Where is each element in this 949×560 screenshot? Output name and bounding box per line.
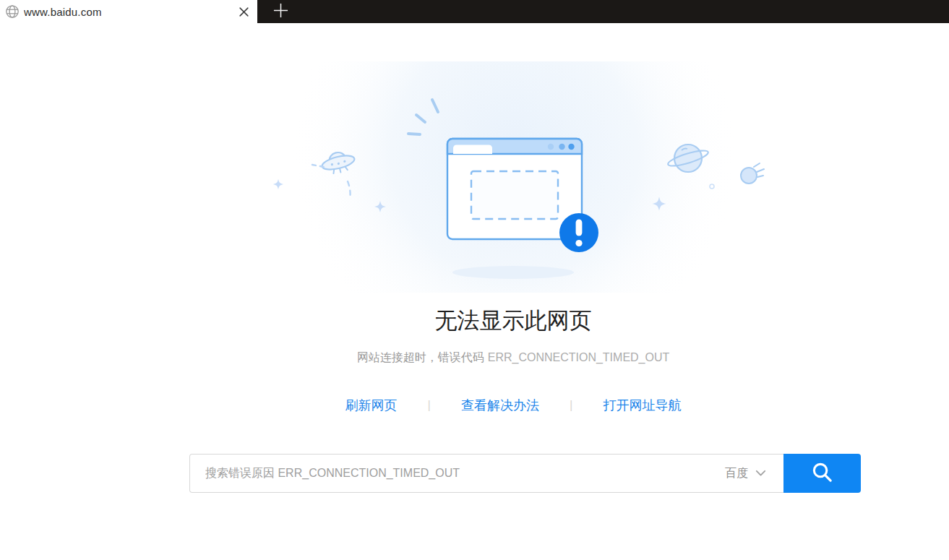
error-subtitle-text: 网站连接超时，错误代码	[357, 351, 484, 363]
tab-title: www.baidu.com	[24, 6, 234, 18]
tab-bar-background	[257, 0, 949, 23]
search-engine-label: 百度	[725, 466, 748, 481]
search-engine-selector[interactable]: 百度	[725, 455, 766, 492]
search-icon	[811, 461, 833, 486]
search-input[interactable]	[190, 455, 783, 492]
search-button[interactable]	[783, 454, 861, 493]
view-solutions-link[interactable]: 查看解决办法	[461, 396, 539, 415]
link-separator: |	[428, 396, 431, 415]
chevron-down-icon	[755, 467, 766, 480]
plus-icon	[272, 2, 289, 22]
alert-exclamation-icon	[559, 213, 598, 252]
globe-icon	[5, 4, 20, 19]
close-icon[interactable]	[234, 2, 253, 21]
error-subtitle: 网站连接超时，错误代码ERR_CONNECTION_TIMED_OUT	[220, 350, 806, 366]
tab-bar: www.baidu.com	[0, 0, 949, 23]
open-site-navigation-link[interactable]: 打开网址导航	[603, 396, 681, 415]
error-code: ERR_CONNECTION_TIMED_OUT	[488, 351, 670, 363]
search-box: 百度	[189, 454, 783, 493]
action-links: 刷新网页 | 查看解决办法 | 打开网址导航	[257, 396, 770, 415]
browser-window: www.baidu.com	[0, 0, 949, 560]
link-separator: |	[570, 396, 572, 415]
error-title: 无法显示此网页	[257, 306, 770, 335]
refresh-page-link[interactable]: 刷新网页	[345, 396, 398, 415]
ground-shadow	[452, 266, 574, 279]
error-illustration	[260, 61, 795, 293]
error-search-bar: 百度	[189, 454, 861, 493]
new-tab-button[interactable]	[272, 3, 289, 20]
browser-tab[interactable]: www.baidu.com	[0, 0, 257, 23]
